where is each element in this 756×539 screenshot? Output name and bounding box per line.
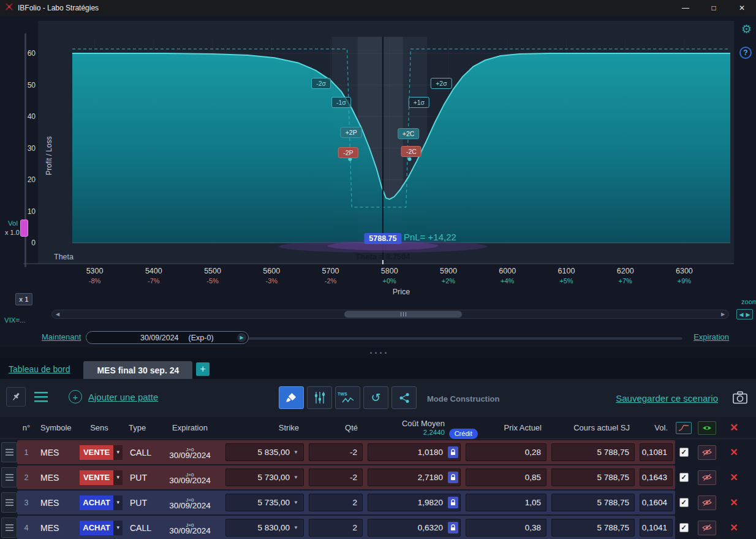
leg-qty-input[interactable]: -2 <box>309 468 363 486</box>
leg-strike-input[interactable]: 5 735,00▼ <box>225 494 304 511</box>
add-tab-button[interactable]: + <box>196 362 210 376</box>
current-price-badge[interactable]: 5788.75 <box>364 233 401 244</box>
payoff-chart[interactable]: 0102030405060Profit / LossThetaTheta = 8… <box>23 21 734 304</box>
add-leg-button[interactable]: + Ajouter une patte <box>69 390 158 403</box>
share-button[interactable] <box>391 386 417 409</box>
leg-side-select[interactable]: ACHAT▼ <box>76 521 123 535</box>
chevron-down-icon[interactable]: ▼ <box>293 449 298 455</box>
delete-all-legs-button[interactable]: ✕ <box>722 421 746 434</box>
plus-circle-icon[interactable]: + <box>69 390 82 403</box>
vix-label: VIX=... <box>4 316 26 324</box>
leg-expiration[interactable]: J+030/09/2024 <box>157 521 223 534</box>
chart-horizontal-scrollbar[interactable]: ◀ ▶ <box>51 310 729 319</box>
pin-button[interactable] <box>6 387 26 407</box>
chart-marker-1[interactable]: -1σ <box>331 97 351 108</box>
close-button[interactable]: ✕ <box>728 0 756 16</box>
leg-avg-cost-input[interactable]: 1,0180 <box>368 443 461 461</box>
leg-avg-cost-input[interactable]: 2,7180 <box>368 468 461 486</box>
leg-hide-eye-button[interactable] <box>698 470 716 485</box>
tab-dashboard[interactable]: Tableau de bord <box>9 364 70 374</box>
lock-button[interactable] <box>448 472 458 483</box>
scroll-right-icon[interactable]: ▶ <box>717 312 728 317</box>
chevron-down-icon[interactable]: ▼ <box>293 475 298 480</box>
show-all-legs-eye-icon[interactable] <box>698 421 716 435</box>
leg-hide-eye-button[interactable] <box>698 445 716 460</box>
leg-strike-input[interactable]: 5 835,00▼ <box>225 443 304 461</box>
minimize-button[interactable]: — <box>671 0 700 16</box>
zoom-arrows-button[interactable]: ◀▶ <box>736 309 753 319</box>
drag-handle[interactable] <box>1 442 17 462</box>
leg-delete-button[interactable]: ✕ <box>722 497 746 508</box>
chart-marker-2C[interactable]: +2C <box>398 128 420 139</box>
leg-avg-cost-input[interactable]: 0,6320 <box>368 519 461 537</box>
leg-side-select[interactable]: ACHAT▼ <box>76 495 123 510</box>
lock-button[interactable] <box>448 446 458 458</box>
chart-marker-2[interactable]: -2σ <box>311 78 331 89</box>
leg-hide-eye-button[interactable] <box>698 495 716 510</box>
lock-button[interactable] <box>448 497 458 508</box>
scrollbar-thumb[interactable] <box>344 311 462 318</box>
chevron-down-icon[interactable]: ▼ <box>113 470 123 485</box>
leg-enabled-checkbox[interactable]: ✓ <box>679 498 689 507</box>
screenshot-camera-icon[interactable] <box>733 391 747 407</box>
col-sens: Sens <box>76 423 123 432</box>
leg-qty-input[interactable]: 2 <box>309 519 363 537</box>
leg-enabled-checkbox[interactable]: ✓ <box>679 448 689 457</box>
leg-side-badge[interactable]: VENTE <box>80 470 113 485</box>
now-link[interactable]: Maintenant <box>42 332 81 342</box>
panel-resize-handle[interactable] <box>0 347 756 358</box>
lock-button[interactable] <box>448 522 458 533</box>
leg-side-select[interactable]: VENTE▼ <box>76 445 123 460</box>
leg-hide-eye-button[interactable] <box>698 521 716 535</box>
leg-side-badge[interactable]: ACHAT <box>80 495 113 510</box>
leg-delete-button[interactable]: ✕ <box>722 472 746 483</box>
drag-handle[interactable] <box>1 492 17 513</box>
timeline-date-pill[interactable]: 30/09/2024 (Exp-0) ▶ <box>86 331 249 344</box>
leg-strike-input[interactable]: 5 830,00▼ <box>225 519 304 537</box>
expiration-link[interactable]: Expiration <box>694 332 729 342</box>
leg-side-badge[interactable]: VENTE <box>80 445 113 460</box>
help-icon[interactable]: ? <box>739 47 752 59</box>
scroll-left-icon[interactable]: ◀ <box>52 312 63 317</box>
leg-expiration[interactable]: J+030/09/2024 <box>157 446 223 459</box>
construction-brush-button[interactable] <box>279 386 304 409</box>
leg-side-badge[interactable]: ACHAT <box>80 521 113 535</box>
save-scenario-link[interactable]: Sauvegarder ce scenario <box>616 393 718 403</box>
leg-strike-input[interactable]: 5 730,00▼ <box>225 468 304 486</box>
leg-expiration[interactable]: J+030/09/2024 <box>157 496 223 509</box>
chevron-down-icon[interactable]: ▼ <box>113 521 123 535</box>
leg-delete-button[interactable]: ✕ <box>722 446 746 458</box>
leg-volatility: 0,1643 <box>640 468 673 486</box>
play-icon[interactable]: ▶ <box>237 333 246 342</box>
drag-handle[interactable] <box>1 518 17 538</box>
leg-enabled-checkbox[interactable]: ✓ <box>679 473 689 482</box>
chart-marker-2[interactable]: +2σ <box>431 78 452 89</box>
chart-marker-2C[interactable]: -2C <box>401 146 421 157</box>
chevron-down-icon[interactable]: ▼ <box>293 525 298 530</box>
leg-current-price: 0,85 <box>466 468 546 486</box>
drag-handle[interactable] <box>1 467 17 487</box>
leg-qty-input[interactable]: 2 <box>309 494 363 511</box>
menu-hamburger-icon[interactable] <box>34 392 48 405</box>
chart-marker-2P[interactable]: +2P <box>341 127 362 138</box>
leg-delete-button[interactable]: ✕ <box>722 522 746 533</box>
undo-history-button[interactable]: ↺ <box>363 386 388 409</box>
chevron-down-icon[interactable]: ▼ <box>113 445 123 460</box>
leg-enabled-checkbox[interactable]: ✓ <box>679 523 689 532</box>
chevron-down-icon[interactable]: ▼ <box>113 495 123 510</box>
payoff-curve-toggle-icon[interactable] <box>676 422 692 434</box>
tab-strategy-active[interactable]: MES final 30 sep. 24 <box>83 361 192 379</box>
scrollbar-track[interactable] <box>63 310 717 318</box>
svg-text:-8%: -8% <box>89 277 101 285</box>
leg-avg-cost-input[interactable]: 1,9820 <box>368 494 461 511</box>
chart-marker-1[interactable]: +1σ <box>409 97 429 108</box>
leg-side-select[interactable]: VENTE▼ <box>76 470 123 485</box>
maximize-button[interactable]: □ <box>700 0 728 16</box>
tws-sync-button[interactable]: TWS <box>335 386 360 409</box>
leg-expiration[interactable]: J+030/09/2024 <box>157 471 223 484</box>
adjust-sliders-button[interactable] <box>307 386 332 409</box>
chart-marker-2P[interactable]: -2P <box>338 147 358 158</box>
settings-gear-icon[interactable]: ⚙ <box>741 22 752 36</box>
leg-qty-input[interactable]: -2 <box>309 443 363 461</box>
chevron-down-icon[interactable]: ▼ <box>293 500 298 505</box>
